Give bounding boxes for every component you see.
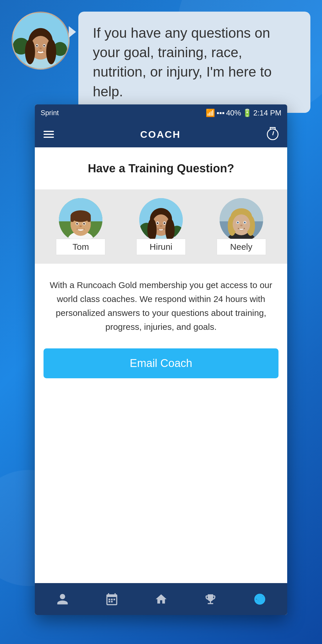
svg-point-67 <box>237 222 239 223</box>
coach-card-tom[interactable]: Tom <box>56 198 105 255</box>
coach-message: If you have any questions on your goal, … <box>93 23 296 101</box>
coach-card-hiruni[interactable]: Hiruni <box>136 198 186 255</box>
battery-icon: 🔋 <box>243 108 252 117</box>
svg-point-10 <box>46 39 56 64</box>
svg-point-47 <box>165 218 175 242</box>
app-content: Have a Training Question? <box>35 147 287 583</box>
svg-point-17 <box>37 45 38 46</box>
coach-photo-neely <box>220 198 263 242</box>
header-title: COACH <box>140 129 181 140</box>
svg-point-19 <box>39 48 42 49</box>
svg-rect-73 <box>111 598 113 600</box>
section-title: Have a Training Question? <box>44 162 278 175</box>
nav-home[interactable] <box>155 593 168 606</box>
coach-avatar-container <box>12 12 70 70</box>
svg-point-18 <box>44 45 45 46</box>
svg-point-54 <box>160 225 162 227</box>
signal-icon: ▪▪▪ <box>216 108 225 117</box>
coach-name-neely: Neely <box>217 239 266 255</box>
content-white: Have a Training Question? <box>35 147 287 583</box>
nav-coach[interactable] <box>253 593 266 606</box>
speech-bubble: If you have any questions on your goal, … <box>78 12 310 113</box>
svg-rect-75 <box>108 601 110 603</box>
svg-point-70 <box>245 222 245 222</box>
timer-button[interactable] <box>267 129 278 140</box>
svg-point-9 <box>25 39 35 64</box>
phone-mockup: Sprint 📶 ▪▪▪ 40% 🔋 2:14 PM COACH Have a … <box>35 104 287 615</box>
coach-photo-tom <box>59 198 102 242</box>
svg-point-50 <box>157 222 158 224</box>
svg-rect-76 <box>111 601 113 603</box>
svg-rect-28 <box>70 216 74 222</box>
bottom-nav <box>35 583 287 615</box>
svg-point-34 <box>77 223 78 224</box>
svg-point-15 <box>36 45 38 46</box>
svg-point-16 <box>44 45 45 46</box>
coach-name-tom: Tom <box>56 239 105 255</box>
time-label: 2:14 PM <box>253 108 281 117</box>
coach-intro-section: If you have any questions on your goal, … <box>12 12 310 113</box>
svg-point-64 <box>233 214 250 234</box>
speech-bubble-arrow <box>69 26 76 38</box>
nav-calendar[interactable] <box>105 593 118 606</box>
svg-point-33 <box>83 223 85 225</box>
email-coach-button[interactable]: Email Coach <box>44 348 278 378</box>
wifi-icon: 📶 <box>206 108 215 117</box>
nav-trophy[interactable] <box>204 593 217 606</box>
svg-point-46 <box>147 218 157 242</box>
coaches-section: Tom <box>35 189 287 264</box>
svg-point-35 <box>84 223 85 224</box>
coach-card-neely[interactable]: Neely <box>217 198 266 255</box>
svg-rect-29 <box>87 216 91 222</box>
svg-point-71 <box>240 225 243 226</box>
svg-point-53 <box>164 222 165 223</box>
svg-rect-74 <box>113 598 115 600</box>
battery-label: 40% <box>226 108 241 117</box>
status-bar: Sprint 📶 ▪▪▪ 40% 🔋 2:14 PM <box>35 104 287 121</box>
coach-name-hiruni: Hiruni <box>136 239 186 255</box>
coach-avatar <box>12 12 70 70</box>
nav-profile[interactable] <box>56 593 69 606</box>
app-header: COACH <box>35 121 287 147</box>
svg-point-32 <box>76 223 78 225</box>
carrier-label: Sprint <box>41 109 59 117</box>
svg-point-51 <box>164 222 165 224</box>
signal-icons: 📶 ▪▪▪ 40% 🔋 2:14 PM <box>206 108 281 117</box>
svg-point-52 <box>158 222 158 223</box>
description-text: With a Runcoach Gold membership you get … <box>44 278 278 334</box>
coach-photo-hiruni <box>139 198 183 242</box>
svg-rect-72 <box>108 598 110 600</box>
menu-button[interactable] <box>44 131 54 138</box>
svg-rect-80 <box>262 596 264 599</box>
svg-point-69 <box>238 222 238 222</box>
svg-point-36 <box>79 225 82 227</box>
svg-point-68 <box>244 222 246 223</box>
